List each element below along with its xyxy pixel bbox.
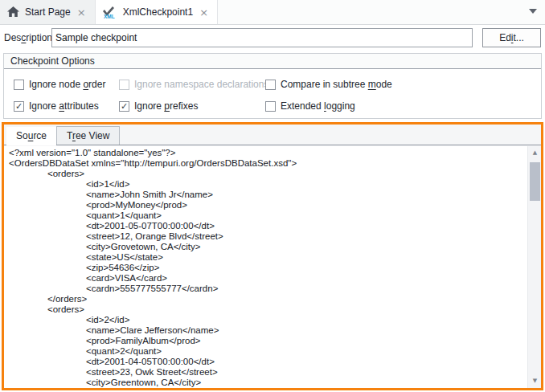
checkbox-ignore-node-order[interactable]: Ignore node order: [14, 79, 119, 90]
xml-source-line: <street>23, Owk Street</street>: [4, 367, 527, 378]
tab-source[interactable]: Source: [6, 127, 56, 145]
checkbox-label: Ignore prefixes: [134, 100, 198, 112]
xml-checkpoint-icon: XML: [103, 6, 117, 19]
tab-tree-view[interactable]: Tree View: [56, 126, 120, 145]
checkbox-ignore-namespace-declarations: Ignore namespace declarations: [119, 79, 265, 90]
close-icon[interactable]: ×: [76, 7, 87, 18]
xml-source-line: <orders>: [4, 169, 527, 179]
xml-source-line: <OrdersDBDataSet xmlns="http://tempuri.o…: [4, 158, 527, 169]
checkbox-compare-in-subtree-mode[interactable]: Compare in subtree mode: [265, 79, 541, 90]
checkbox-label: Extended logging: [281, 100, 355, 112]
checkbox-unchecked-icon[interactable]: [14, 80, 24, 90]
document-tabstrip: Start Page × XML XmlCheckpoint1 ×: [0, 0, 545, 25]
xml-source-line: <?xml version="1.0" standalone="yes"?>: [4, 148, 527, 158]
xml-source-editor[interactable]: <?xml version="1.0" standalone="yes"?><O…: [4, 146, 527, 388]
scroll-down-icon[interactable]: ▼: [528, 374, 542, 388]
checkbox-label: Ignore node order: [29, 79, 105, 90]
tab-xmlcheckpoint1-label: XmlCheckpoint1: [123, 6, 193, 18]
xml-source-line: <state>US</state>: [4, 252, 527, 263]
xml-source-line: <quant>1</quant>: [4, 210, 527, 221]
xml-source-line: <city>Grovetown, CA</city>: [4, 242, 527, 252]
scrollbar-thumb[interactable]: [530, 162, 540, 201]
xml-source-line: <id>2</id>: [4, 315, 527, 325]
description-input[interactable]: [51, 28, 473, 47]
checkpoint-options-title: Checkpoint Options: [4, 54, 541, 69]
checkbox-extended-logging[interactable]: Extended logging: [265, 100, 541, 112]
xml-source-line: <cardn>555777555777</cardn>: [4, 284, 527, 294]
checkbox-label: Compare in subtree mode: [281, 79, 392, 90]
vertical-scrollbar[interactable]: ▲ ▼: [527, 146, 541, 388]
xml-source-line: <name>John Smith Jr</name>: [4, 190, 527, 200]
checkbox-ignore-attributes[interactable]: ✓Ignore attributes: [14, 100, 119, 112]
chevron-down-icon[interactable]: [529, 9, 537, 14]
xml-source-line: <prod>MyMoney</prod>: [4, 200, 527, 210]
xml-source-line: <orders>: [4, 304, 527, 315]
xml-source-line: <zip>54636</zip>: [4, 263, 527, 273]
checkbox-unchecked-icon: [119, 80, 129, 90]
source-panel: Source Tree View <?xml version="1.0" sta…: [2, 122, 543, 390]
checkbox-checked-icon[interactable]: ✓: [119, 101, 129, 112]
tab-start-page[interactable]: Start Page ×: [0, 0, 96, 24]
xml-source-line: <quant>2</quant>: [4, 346, 527, 357]
xml-source-line: <city>Greentown, CA</city>: [4, 378, 527, 388]
description-label: Description:: [4, 32, 55, 43]
checkpoint-options-grid: Ignore node orderIgnore namespace declar…: [4, 69, 541, 112]
xml-source-line: <dt>2001-05-07T00:00:00</dt>: [4, 221, 527, 231]
checkbox-unchecked-icon[interactable]: [265, 80, 276, 90]
checkbox-checked-icon[interactable]: ✓: [14, 101, 24, 112]
checkbox-label: Ignore namespace declarations: [134, 79, 268, 90]
edit-button[interactable]: Edit...: [482, 28, 541, 47]
home-icon: [7, 6, 19, 18]
description-row: Description: Edit...: [0, 25, 545, 51]
tab-xmlcheckpoint1[interactable]: XML XmlCheckpoint1 ×: [96, 0, 218, 24]
xml-source-line: <dt>2001-04-05T00:00:00</dt>: [4, 357, 527, 367]
source-view-tabstrip: Source Tree View: [4, 125, 541, 145]
svg-text:XML: XML: [104, 14, 115, 19]
xml-source-line: <street>12, Orange Blvd</street>: [4, 231, 527, 242]
tab-start-page-label: Start Page: [25, 6, 71, 18]
xml-source-line: </orders>: [4, 294, 527, 304]
xml-source-line: <prod>FamilyAlbum</prod>: [4, 336, 527, 346]
xml-source-line: <card>VISA</card>: [4, 273, 527, 284]
close-icon[interactable]: ×: [199, 7, 209, 18]
checkpoint-options-group: Checkpoint Options Ignore node orderIgno…: [3, 53, 542, 119]
checkbox-unchecked-icon[interactable]: [265, 101, 276, 112]
checkbox-label: Ignore attributes: [29, 100, 99, 112]
xml-source-line: <name>Clare Jefferson</name>: [4, 325, 527, 336]
checkbox-ignore-prefixes[interactable]: ✓Ignore prefixes: [119, 100, 265, 112]
xml-source-line: <id>1</id>: [4, 179, 527, 190]
scroll-up-icon[interactable]: ▲: [528, 146, 542, 160]
